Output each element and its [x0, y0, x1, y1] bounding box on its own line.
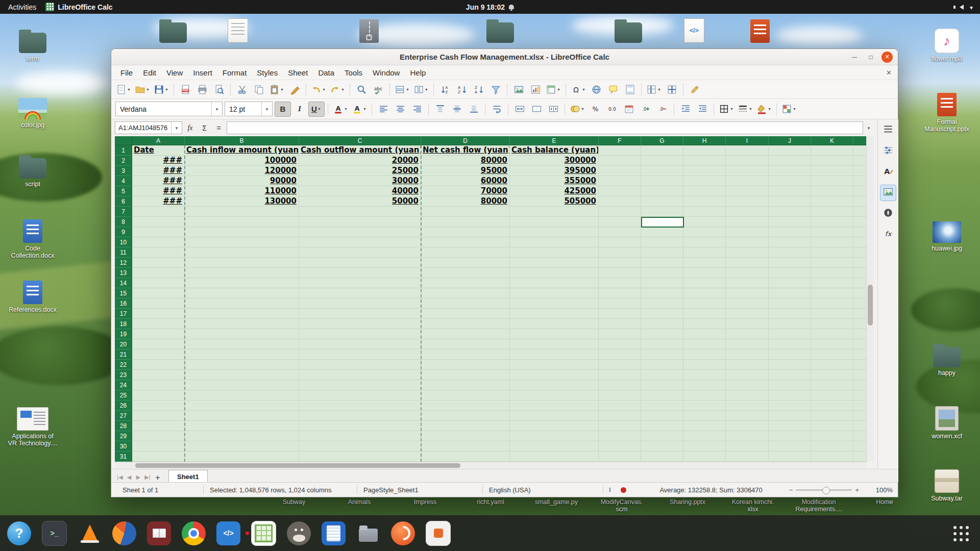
column-header-F[interactable]: F [599, 136, 641, 145]
cell-H10[interactable] [683, 237, 726, 247]
cell-I13[interactable] [726, 268, 769, 278]
print-button[interactable] [194, 82, 210, 97]
cell-H18[interactable] [683, 319, 726, 329]
formula-input[interactable] [227, 121, 863, 134]
cell-E22[interactable] [510, 360, 599, 370]
column-header-K[interactable]: K [811, 136, 853, 145]
cell-K4[interactable] [811, 176, 853, 186]
cell-A18[interactable] [132, 319, 185, 329]
cell-J4[interactable] [769, 176, 811, 186]
cell-A7[interactable] [132, 207, 185, 217]
cell-F4[interactable] [599, 176, 641, 186]
cell-K17[interactable] [811, 309, 853, 319]
cell-D26[interactable] [421, 400, 510, 411]
activities-button[interactable]: Activities [8, 3, 36, 11]
cell-J3[interactable] [769, 166, 811, 176]
dock-orange-app[interactable] [391, 521, 415, 545]
menu-help[interactable]: Help [405, 65, 431, 80]
column-header-H[interactable]: H [683, 136, 726, 145]
cell-H11[interactable] [683, 247, 726, 258]
print-preview-button[interactable] [211, 82, 227, 97]
cell-F24[interactable] [599, 380, 641, 390]
cell-B8[interactable] [185, 217, 299, 227]
cell-H6[interactable] [683, 196, 726, 207]
cell-A24[interactable] [132, 380, 185, 390]
cell-F19[interactable] [599, 329, 641, 339]
cell-K12[interactable] [811, 258, 853, 268]
cell-C23[interactable] [299, 370, 421, 380]
dropdown-arrow-icon[interactable] [657, 82, 662, 96]
undo-button[interactable] [309, 82, 328, 97]
cell-K24[interactable] [811, 380, 853, 390]
cell-H26[interactable] [683, 400, 726, 411]
cell-I17[interactable] [726, 309, 769, 319]
cell-A25[interactable] [132, 390, 185, 400]
dropdown-arrow-icon[interactable] [322, 82, 326, 96]
cell-F6[interactable] [599, 196, 641, 207]
dropdown-arrow-icon[interactable] [424, 82, 429, 96]
cell-I10[interactable] [726, 237, 769, 247]
dropdown-arrow-icon[interactable] [792, 102, 797, 116]
cell-E4[interactable]: 355000 [510, 176, 599, 186]
properties-deck-button[interactable] [880, 143, 896, 159]
desktop-icon-html[interactable] [669, 18, 719, 43]
insert-image-button[interactable] [510, 82, 527, 97]
dropdown-arrow-icon[interactable] [405, 82, 410, 96]
cell-B9[interactable] [185, 227, 299, 237]
cell-E2[interactable]: 300000 [510, 156, 599, 166]
desktop-icon-label[interactable]: Korean kimchi. xlsx [732, 498, 774, 513]
format-percent-button[interactable]: % [587, 102, 603, 117]
cell-G15[interactable] [641, 288, 683, 298]
desktop-icon-folder[interactable] [475, 18, 525, 43]
cell-C6[interactable]: 50000 [299, 196, 421, 207]
cell-A19[interactable] [132, 329, 185, 339]
cell-H21[interactable] [683, 349, 726, 360]
row-header-16[interactable]: 16 [115, 298, 132, 309]
decrease-indent-button[interactable] [677, 102, 694, 117]
row-header-26[interactable]: 26 [115, 400, 132, 411]
cell-J28[interactable] [769, 421, 811, 431]
sheet-indicator[interactable]: Sheet 1 of 1 [116, 486, 203, 494]
zoom-track[interactable] [796, 489, 852, 491]
cell-I21[interactable] [726, 349, 769, 360]
cell-J25[interactable] [769, 390, 811, 400]
cell-A17[interactable] [132, 309, 185, 319]
next-sheet-icon[interactable] [134, 471, 143, 483]
cell-C24[interactable] [299, 380, 421, 390]
cell-C21[interactable] [299, 349, 421, 360]
close-button[interactable] [881, 52, 893, 63]
cell-C10[interactable] [299, 237, 421, 247]
cell-D23[interactable] [421, 370, 510, 380]
cell-H16[interactable] [683, 298, 726, 309]
cell-H22[interactable] [683, 360, 726, 370]
menu-sheet[interactable]: Sheet [283, 65, 313, 80]
delete-decimal-button[interactable]: .0 [654, 102, 671, 117]
find-and-replace-button[interactable] [353, 82, 370, 97]
export-pdf-button[interactable]: PDF [177, 82, 193, 97]
selection-statistics[interactable]: Average: 132258.8; Sum: 3306470 [653, 486, 768, 494]
language-indicator[interactable]: English (USA) [483, 486, 603, 494]
cell-I18[interactable] [726, 319, 769, 329]
cell-I9[interactable] [726, 227, 769, 237]
dropdown-arrow-icon[interactable] [748, 102, 753, 116]
cell-B3[interactable]: 120000 [185, 166, 299, 176]
title-bar[interactable]: Enterprise Cash Flow Management.xlsx - L… [111, 49, 898, 65]
row-header-10[interactable]: 10 [115, 237, 132, 247]
background-color-button[interactable] [755, 102, 773, 117]
align-top-button[interactable] [432, 102, 448, 117]
insert-chart-button[interactable] [527, 82, 544, 97]
dropdown-arrow-icon[interactable] [581, 82, 586, 96]
cell-F21[interactable] [599, 349, 641, 360]
cell-F20[interactable] [599, 339, 641, 349]
cell-C16[interactable] [299, 298, 421, 309]
cell-H7[interactable] [683, 207, 726, 217]
cell-D30[interactable] [421, 441, 510, 452]
desktop-icon-subway-tar[interactable]: Subway.tar [922, 468, 972, 502]
align-center-button[interactable] [392, 102, 408, 117]
cell-D11[interactable] [421, 247, 510, 258]
cell-I19[interactable] [726, 329, 769, 339]
cell-B10[interactable] [185, 237, 299, 247]
cell-F22[interactable] [599, 360, 641, 370]
desktop-icon-formal-manuscript-pptx[interactable]: Formal Manuscript.pptx [922, 92, 972, 133]
cell-I3[interactable] [726, 166, 769, 176]
